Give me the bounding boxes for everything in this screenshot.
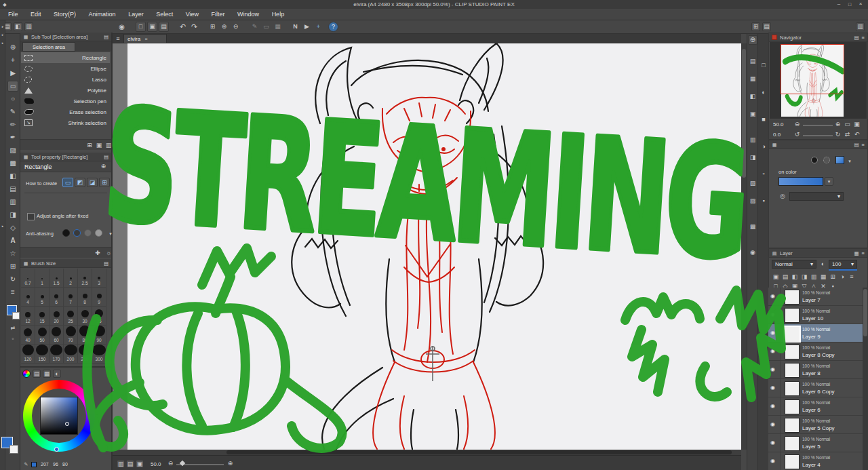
subtool-item-lasso[interactable]: Lasso xyxy=(21,74,110,85)
select-arrow-icon[interactable]: ▶ xyxy=(302,22,312,32)
dock-icon[interactable]: ▸ xyxy=(1,24,5,28)
visibility-eye-icon[interactable]: ◉ xyxy=(770,294,775,299)
menu-filter[interactable]: Filter xyxy=(206,9,231,20)
sub-property-dropdown[interactable]: ▾ xyxy=(789,192,844,201)
navigator-title[interactable]: Navigator xyxy=(780,35,852,41)
layer-name[interactable]: Layer 6 Copy xyxy=(802,389,835,395)
reset-view-icon[interactable]: ↶ xyxy=(853,131,861,138)
expression-gray-radio[interactable] xyxy=(823,157,830,163)
panel-tab-icon[interactable]: ▫ xyxy=(760,170,768,178)
layer-thumbnail[interactable] xyxy=(785,290,800,305)
visibility-eye-icon[interactable]: ◉ xyxy=(770,367,775,372)
aa-weak-option[interactable] xyxy=(73,229,81,237)
subtool-item-rectangle[interactable]: Rectangle xyxy=(21,52,110,63)
fit-page-icon[interactable]: ▤ xyxy=(126,460,134,468)
visibility-eye-icon[interactable]: ◉ xyxy=(770,458,775,464)
visibility-eye-icon[interactable]: ◉ xyxy=(770,385,775,391)
brush-size-option[interactable]: 25 xyxy=(64,307,78,326)
zoom-in-icon[interactable]: ⊕ xyxy=(834,121,842,128)
brush-size-option[interactable]: 6 xyxy=(50,288,64,307)
brush-size-option[interactable]: 50 xyxy=(35,326,50,345)
dock-icon[interactable]: ▸ xyxy=(1,33,5,37)
color-set-tab-icon[interactable]: ▦ xyxy=(43,370,51,378)
zoom-out-icon[interactable]: ⊖ xyxy=(167,460,174,467)
pencil-tool-icon[interactable]: ✏ xyxy=(7,119,18,130)
brush-tool-icon[interactable]: ✒ xyxy=(7,132,18,143)
tab-list-icon[interactable]: ≡ xyxy=(114,35,122,43)
brush-size-option[interactable]: 1 xyxy=(35,269,50,288)
layer-thumbnail[interactable] xyxy=(783,326,801,343)
subtool-item-selection-pen[interactable]: Selection pen xyxy=(21,96,110,106)
menu-animation[interactable]: Animation xyxy=(83,9,121,20)
brush-size-option[interactable]: 300 xyxy=(92,345,106,364)
panel-menu-icon[interactable]: ≡ xyxy=(862,250,865,256)
brush-size-option[interactable]: 12 xyxy=(21,307,35,326)
layer-row[interactable]: ◉ 100 % Normal Layer 6 xyxy=(768,397,863,416)
dock-toggle-icon[interactable]: ◧ xyxy=(14,22,22,31)
subtool-item-erase-selection[interactable]: Erase selection xyxy=(21,106,110,117)
panel-menu-icon[interactable]: ▤ xyxy=(104,154,108,160)
panel-tab-icon[interactable]: ▦ xyxy=(749,75,757,83)
snap-rect-icon[interactable]: ▭ xyxy=(261,22,271,32)
brush-size-option[interactable]: 30 xyxy=(78,307,92,326)
layer-thumbnail[interactable] xyxy=(785,308,800,323)
correction-tool-icon[interactable]: ↻ xyxy=(7,274,18,285)
layer-lock-icon[interactable]: ▣ xyxy=(772,273,780,281)
remove-selection-icon[interactable]: ◪ xyxy=(87,178,98,187)
brush-size-option[interactable]: 200 xyxy=(64,345,78,364)
layer-name[interactable]: Layer 6 xyxy=(802,407,821,413)
balloon-tool-icon[interactable]: ☆ xyxy=(7,248,18,259)
zoom-in-icon[interactable]: ⊕ xyxy=(226,460,234,467)
flip-horizontal-icon[interactable]: ⇄ xyxy=(844,131,851,138)
layer-row[interactable]: ◉ 100 % Normal Layer 5 Copy xyxy=(768,416,863,434)
visibility-eye-icon[interactable]: ◉ xyxy=(770,440,775,446)
panel-tab-icon[interactable]: ▤ xyxy=(749,57,757,65)
fit-screen-icon[interactable]: ▥ xyxy=(117,460,125,468)
subtool-item-ellipse[interactable]: Ellipse xyxy=(21,63,110,74)
add-selection-icon[interactable]: ◩ xyxy=(75,178,85,187)
transparent-color-icon[interactable]: ▫ xyxy=(7,335,18,343)
panel-menu-icon[interactable]: ▤ xyxy=(104,34,108,40)
new-file-icon[interactable]: □ xyxy=(136,22,146,32)
panel-tab-icon[interactable]: ▥ xyxy=(749,136,757,144)
panel-tab-icon[interactable]: ▤ xyxy=(854,142,859,148)
layer-name[interactable]: Layer 5 xyxy=(802,444,821,450)
layer-color-icon[interactable]: ▦ xyxy=(819,273,827,281)
rotate-right-icon[interactable]: ↻ xyxy=(834,131,842,138)
intersect-selection-icon[interactable]: ⊞ xyxy=(99,178,110,187)
canvas-tab[interactable]: elvira × xyxy=(123,34,167,43)
navigator-zoom-slider[interactable] xyxy=(803,125,833,126)
chevron-down-icon[interactable]: ▾ xyxy=(846,157,853,164)
minimize-button[interactable]: – xyxy=(834,1,844,7)
visibility-eye-icon[interactable]: ◉ xyxy=(770,349,775,354)
expression-color-swatch[interactable] xyxy=(778,177,823,186)
panel-menu-icon[interactable]: ≡ xyxy=(862,35,865,41)
brush-size-option[interactable]: 90 xyxy=(92,326,106,345)
ruler-icon[interactable]: ≡ xyxy=(848,273,856,281)
dock-icon[interactable]: ▸ xyxy=(1,224,5,228)
subtool-item-polyline[interactable]: Polyline xyxy=(21,85,110,96)
two-pane-icon[interactable]: ⊞ xyxy=(829,273,837,281)
panel-arrange-icon[interactable]: ▥ xyxy=(24,22,33,31)
zoom-out-icon[interactable]: ⊖ xyxy=(793,121,801,128)
panel-menu-icon[interactable]: ≡ xyxy=(862,142,865,148)
panel-menu-icon[interactable]: ▥ xyxy=(856,22,865,31)
expression-color-chip[interactable] xyxy=(835,156,844,164)
zoom-tool-icon[interactable]: ⊕ xyxy=(7,42,18,53)
visibility-eye-icon[interactable]: ◉ xyxy=(770,312,775,317)
snap-grid-icon[interactable]: ▦ xyxy=(273,22,283,32)
menu-edit[interactable]: Edit xyxy=(25,9,47,20)
layer-row[interactable]: ◉ 100 % Normal Layer 5 xyxy=(768,434,863,452)
normal-mode-icon[interactable]: N xyxy=(290,22,300,32)
canvas-viewport[interactable] xyxy=(113,43,741,450)
chevron-down-icon[interactable]: ▾ xyxy=(825,177,833,186)
decoration-tool-icon[interactable]: ▩ xyxy=(7,158,18,169)
brush-size-option[interactable]: 150 xyxy=(35,345,50,364)
panel-tab-icon[interactable]: ⊞ xyxy=(751,22,760,31)
panel-tab-icon[interactable]: ▤ xyxy=(762,22,771,31)
brush-size-option[interactable]: 70 xyxy=(64,326,78,345)
layer-row[interactable]: ◉ 100 % Normal Layer 7 xyxy=(768,288,863,306)
text-tool-icon[interactable]: A xyxy=(7,235,18,246)
gradient-tool-icon[interactable]: ◨ xyxy=(7,210,18,220)
subtool-tab-selection-area[interactable]: Selection area xyxy=(22,42,75,52)
